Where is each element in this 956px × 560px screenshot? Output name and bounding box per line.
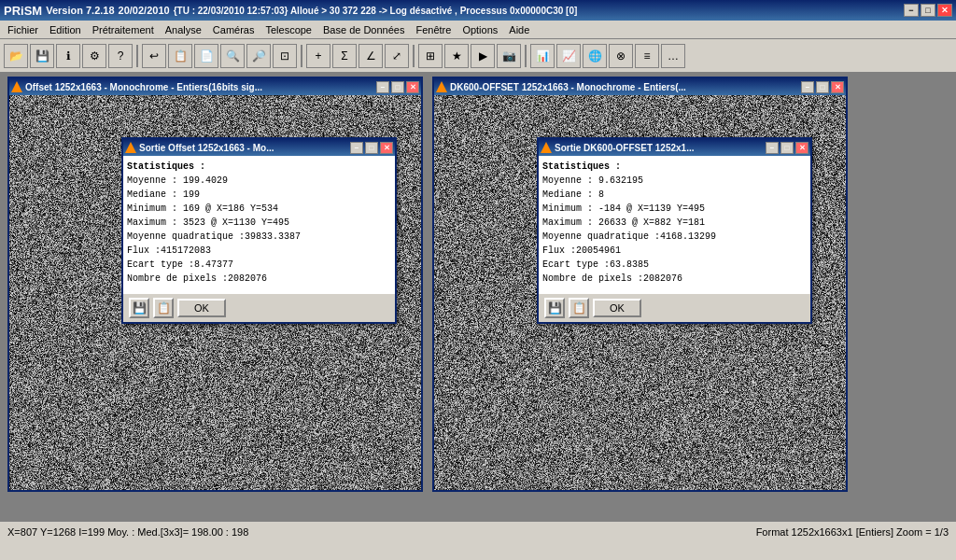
tb-sigma-button[interactable]: Σ: [332, 44, 357, 68]
tb-separator-4: [525, 45, 527, 67]
menu-cameras[interactable]: Caméras: [207, 22, 260, 37]
title-minimize-button[interactable]: −: [904, 4, 919, 17]
left-window-icon: [11, 81, 22, 92]
title-maximize-button[interactable]: □: [921, 4, 935, 17]
tb-chart-button[interactable]: 📈: [556, 44, 581, 68]
right-stats-row-6: Ecart type :63.8385: [542, 258, 807, 272]
tb-zoom-fit-button[interactable]: ⊡: [273, 44, 297, 68]
tb-zoom-button[interactable]: 🔎: [246, 44, 271, 68]
right-stats-row-4: Moyenne quadratique :4168.13299: [542, 230, 807, 244]
right-stats-content: Statistiques : Moyenne : 9.632195 Median…: [539, 156, 810, 294]
left-stats-close[interactable]: ✕: [380, 142, 393, 154]
left-mdi-title: Offset 1252x1663 - Monochrome - Entiers(…: [9, 78, 421, 95]
tb-search-button[interactable]: 🔍: [220, 44, 245, 68]
right-stats-row-7: Nombre de pixels :2082076: [542, 272, 807, 286]
tb-star-button[interactable]: ★: [444, 44, 469, 68]
right-save-icon-button[interactable]: 💾: [544, 298, 565, 318]
title-close-button[interactable]: ✕: [937, 4, 952, 17]
menu-pretraitement[interactable]: Prétraitement: [87, 22, 160, 37]
app-name: PRiSM: [4, 4, 42, 18]
right-win-maximize[interactable]: □: [816, 81, 829, 93]
tb-separator-2: [301, 45, 302, 67]
tb-stack-button[interactable]: ≡: [635, 44, 659, 68]
menu-base-donnees[interactable]: Base de Données: [317, 22, 410, 37]
menu-options[interactable]: Options: [457, 22, 503, 37]
title-bar-controls: − □ ✕: [904, 4, 952, 17]
app-version: Version 7.2.18: [46, 5, 114, 16]
left-stats-dialog: Sortie Offset 1252x1663 - Mo... − □ ✕ St…: [121, 137, 397, 324]
right-stats-title: Sortie DK600-OFFSET 1252x1... − □ ✕: [539, 139, 810, 156]
tb-settings-button[interactable]: ⚙: [82, 44, 106, 68]
left-stats-row-7: Nombre de pixels :2082076: [127, 272, 391, 286]
left-stats-maximize[interactable]: □: [365, 142, 378, 154]
tb-info-button[interactable]: ℹ: [56, 44, 80, 68]
tb-histogram-button[interactable]: 📊: [530, 44, 555, 68]
tb-paste-button[interactable]: 📄: [194, 44, 218, 68]
tb-camera-button[interactable]: 📷: [497, 44, 521, 68]
toolbar: 📂 💾 ℹ ⚙ ? ↩ 📋 📄 🔍 🔎 ⊡ + Σ ∠ ⤢ ⊞ ★ ▶ 📷 📊 …: [0, 39, 956, 73]
tb-grid-button[interactable]: ⊞: [418, 44, 443, 68]
right-mdi-window: DK600-OFFSET 1252x1663 - Monochrome - En…: [432, 77, 848, 492]
right-window-title: DK600-OFFSET 1252x1663 - Monochrome - En…: [450, 82, 686, 92]
tb-process-button[interactable]: ▶: [471, 44, 495, 68]
right-copy-icon-button[interactable]: 📋: [569, 298, 589, 318]
menu-bar: Fichier Edition Prétraitement Analyse Ca…: [0, 21, 956, 39]
right-win-minimize[interactable]: −: [801, 81, 814, 93]
tb-more-button[interactable]: …: [661, 44, 685, 68]
tb-angle-button[interactable]: ∠: [358, 44, 383, 68]
right-win-close[interactable]: ✕: [831, 81, 844, 93]
right-stats-footer: 💾 📋 OK: [539, 294, 810, 322]
left-win-close[interactable]: ✕: [406, 81, 419, 93]
left-win-minimize[interactable]: −: [376, 81, 389, 93]
right-stats-row-2: Minimum : -184 @ X=1139 Y=495: [542, 202, 807, 216]
left-stats-icon: [125, 142, 136, 153]
menu-fichier[interactable]: Fichier: [2, 22, 44, 37]
title-bar-left: PRiSM Version 7.2.18 20/02/2010 {TU : 22…: [4, 4, 577, 18]
status-left: X=807 Y=1268 I=199 Moy. : Med.[3x3]= 198…: [7, 526, 248, 538]
left-stats-minimize[interactable]: −: [350, 142, 363, 154]
status-bar: X=807 Y=1268 I=199 Moy. : Med.[3x3]= 198…: [0, 521, 956, 541]
tb-wcs-button[interactable]: 🌐: [583, 44, 607, 68]
right-stats-row-0: Moyenne : 9.632195: [542, 174, 807, 188]
title-bar: PRiSM Version 7.2.18 20/02/2010 {TU : 22…: [0, 0, 956, 21]
tb-help-button[interactable]: ?: [108, 44, 133, 68]
right-window-content: Sortie DK600-OFFSET 1252x1... − □ ✕ Stat…: [434, 95, 846, 490]
menu-edition[interactable]: Edition: [44, 22, 87, 37]
session-info: {TU : 22/03/2010 12:57:03} Alloué > 30 3…: [174, 6, 578, 16]
tb-copy-button[interactable]: 📋: [168, 44, 192, 68]
left-ok-button[interactable]: OK: [177, 299, 226, 317]
menu-fenetre[interactable]: Fenêtre: [410, 22, 457, 37]
left-save-icon-button[interactable]: 💾: [129, 298, 149, 318]
left-stats-label: Statistiques :: [127, 160, 391, 174]
tb-separator-3: [413, 45, 415, 67]
right-stats-maximize[interactable]: □: [780, 142, 794, 154]
right-stats-minimize[interactable]: −: [766, 142, 779, 154]
left-copy-icon-button[interactable]: 📋: [153, 298, 174, 318]
left-stats-row-6: Ecart type :8.47377: [127, 258, 391, 272]
left-stats-footer: 💾 📋 OK: [123, 294, 395, 322]
tb-save-button[interactable]: 💾: [30, 44, 54, 68]
right-stats-icon: [541, 142, 552, 153]
tb-plus-button[interactable]: +: [306, 44, 330, 68]
workspace: Offset 1252x1663 - Monochrome - Entiers(…: [0, 73, 956, 521]
right-stats-close[interactable]: ✕: [795, 142, 808, 154]
tb-undo-button[interactable]: ↩: [142, 44, 166, 68]
menu-analyse[interactable]: Analyse: [160, 22, 207, 37]
tb-separator-1: [136, 45, 138, 67]
right-stats-row-5: Flux :20054961: [542, 244, 807, 258]
left-stats-content: Statistiques : Moyenne : 199.4029 Median…: [123, 156, 395, 294]
app-date: 20/02/2010: [119, 5, 170, 16]
left-stats-row-0: Moyenne : 199.4029: [127, 174, 391, 188]
left-stats-row-1: Mediane : 199: [127, 188, 391, 202]
menu-aide[interactable]: Aide: [503, 22, 535, 37]
left-win-maximize[interactable]: □: [391, 81, 404, 93]
right-ok-button[interactable]: OK: [593, 299, 641, 317]
right-stats-label: Statistiques :: [542, 160, 807, 174]
menu-telescope[interactable]: Telescope: [260, 22, 317, 37]
left-stats-row-4: Moyenne quadratique :39833.3387: [127, 230, 391, 244]
tb-open-button[interactable]: 📂: [4, 44, 28, 68]
tb-align-button[interactable]: ⊗: [609, 44, 633, 68]
status-right: Format 1252x1663x1 [Entiers] Zoom = 1/3: [756, 526, 949, 538]
left-window-content: Sortie Offset 1252x1663 - Mo... − □ ✕ St…: [9, 95, 421, 490]
tb-measure-button[interactable]: ⤢: [385, 44, 409, 68]
